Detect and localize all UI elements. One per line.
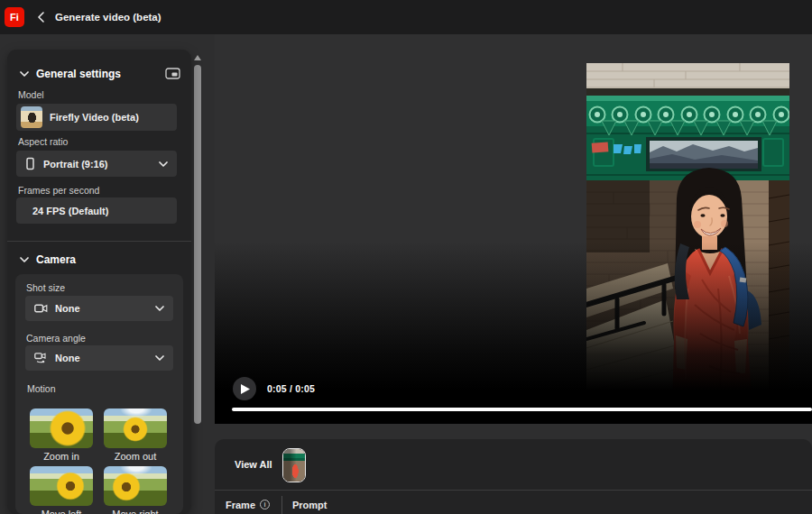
top-bar: Fi Generate video (beta) [0, 0, 812, 34]
sunflower-thumbnail [48, 408, 88, 448]
page-title: Generate video (beta) [55, 12, 161, 23]
back-button[interactable] [33, 10, 48, 24]
model-selector[interactable]: Firefly Video (beta) [16, 104, 177, 131]
app-window: Fi Generate video (beta) General setting… [0, 0, 812, 514]
shot-size-dropdown[interactable]: None [25, 296, 173, 321]
frame-column-header: Frame [226, 500, 255, 510]
panel-divider [215, 490, 812, 491]
detach-panel-icon[interactable] [165, 67, 180, 83]
shot-size-value: None [55, 303, 80, 314]
sunflower-thumbnail [111, 472, 142, 502]
aspect-ratio-dropdown[interactable]: Portrait (9:16) [16, 151, 177, 177]
general-settings-title: General settings [36, 68, 121, 80]
firefly-logo[interactable]: Fi [5, 7, 24, 27]
motion-option-label: Move right [104, 509, 167, 514]
motion-option-label: Move left [30, 509, 93, 514]
camcorder-icon [34, 304, 48, 313]
chevron-down-icon [159, 161, 168, 167]
chevron-down-icon [155, 355, 164, 361]
camera-angle-dropdown[interactable]: None [25, 345, 173, 371]
motion-label: Motion [27, 383, 56, 394]
motion-option-move-left[interactable] [30, 466, 93, 506]
playback-time: 0:05 / 0:05 [267, 383, 315, 394]
shot-size-label: Shot size [26, 282, 65, 293]
camera-angle-icon [34, 353, 48, 363]
general-settings-header[interactable]: General settings [20, 68, 121, 80]
prompt-column-header: Prompt [292, 500, 328, 510]
motion-option-label: Zoom out [104, 451, 167, 462]
fps-selector[interactable]: 24 FPS (Default) [16, 197, 177, 224]
motion-option-label: Zoom in [30, 451, 93, 462]
camera-section-header[interactable]: Camera [20, 253, 76, 266]
scrollbar-up-arrow[interactable] [194, 55, 201, 60]
aspect-ratio-value: Portrait (9:16) [43, 159, 108, 170]
chevron-down-icon [20, 257, 29, 262]
generation-thumbnail[interactable] [282, 448, 306, 482]
video-progress-bar[interactable] [232, 408, 812, 411]
scrollbar-thumb[interactable] [194, 65, 201, 424]
player-controls-gradient [215, 242, 812, 424]
camera-angle-value: None [55, 353, 80, 363]
view-all-button[interactable]: View All [235, 459, 272, 470]
chevron-down-icon [20, 71, 29, 77]
fps-value: 24 FPS (Default) [32, 206, 108, 216]
column-divider [281, 496, 282, 514]
chevron-down-icon [155, 306, 164, 311]
motion-option-move-right[interactable] [104, 466, 167, 506]
sunflower-thumbnail [122, 416, 149, 443]
chevron-left-icon [37, 12, 44, 23]
section-divider [7, 241, 191, 242]
sunflower-thumbnail [55, 471, 86, 501]
model-thumbnail [21, 106, 42, 128]
motion-option-zoom-in[interactable] [30, 408, 93, 448]
camera-panel: Shot size None Camera angle None Motion … [15, 274, 183, 514]
motion-option-zoom-out[interactable] [104, 408, 167, 448]
play-icon [241, 384, 250, 394]
model-label: Model [18, 89, 44, 100]
info-icon[interactable]: i [260, 500, 270, 509]
fps-label: Frames per second [18, 185, 99, 196]
settings-sidebar: General settings Model Firefly Video (be… [7, 50, 191, 514]
camera-section-title: Camera [36, 253, 76, 266]
video-player-stage: 0:05 / 0:05 [215, 34, 812, 424]
camera-angle-label: Camera angle [26, 333, 86, 344]
generations-panel: View All Frame i Prompt [215, 439, 812, 514]
model-value: Firefly Video (beta) [50, 112, 139, 123]
portrait-icon [25, 157, 35, 170]
generation-thumbnail-image [283, 449, 305, 482]
play-button[interactable] [233, 377, 256, 400]
aspect-ratio-label: Aspect ratio [18, 136, 68, 147]
